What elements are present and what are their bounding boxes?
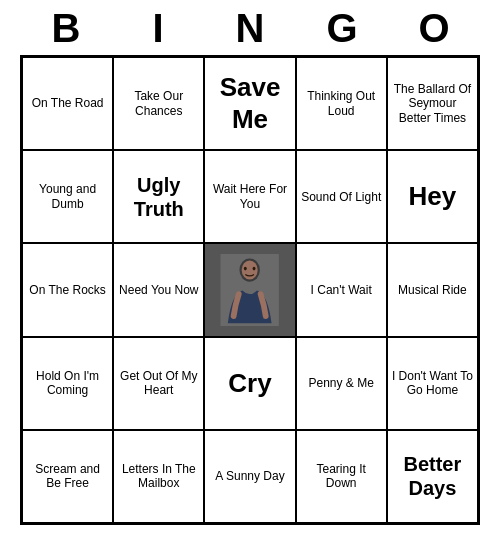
cell-r0-c0: On The Road	[22, 57, 113, 150]
cell-r1-c3: Sound Of Light	[296, 150, 387, 243]
cell-r1-c0: Young and Dumb	[22, 150, 113, 243]
cell-r4-c0: Scream and Be Free	[22, 430, 113, 523]
cell-r4-c3: Tearing It Down	[296, 430, 387, 523]
cell-r2-c4: Musical Ride	[387, 243, 478, 336]
cell-r4-c1: Letters In The Mailbox	[113, 430, 204, 523]
cell-r1-c2: Wait Here For You	[204, 150, 295, 243]
cell-r0-c4: The Ballard Of Seymour Better Times	[387, 57, 478, 150]
svg-point-4	[253, 266, 256, 270]
letter-g: G	[302, 6, 382, 51]
svg-point-2	[242, 260, 258, 279]
cell-r0-c2: Save Me	[204, 57, 295, 150]
cell-r4-c2: A Sunny Day	[204, 430, 295, 523]
cell-r3-c2: Cry	[204, 337, 295, 430]
svg-point-3	[244, 266, 247, 270]
cell-r2-c1: Need You Now	[113, 243, 204, 336]
cell-r4-c4: Better Days	[387, 430, 478, 523]
cell-r0-c3: Thinking Out Loud	[296, 57, 387, 150]
cell-r0-c1: Take Our Chances	[113, 57, 204, 150]
letter-b: B	[26, 6, 106, 51]
letter-n: N	[210, 6, 290, 51]
cell-r3-c1: Get Out Of My Heart	[113, 337, 204, 430]
cell-r3-c0: Hold On I'm Coming	[22, 337, 113, 430]
cell-r1-c1: Ugly Truth	[113, 150, 204, 243]
cell-r2-c0: On The Rocks	[22, 243, 113, 336]
cell-r2-c2	[204, 243, 295, 336]
cell-r3-c3: Penny & Me	[296, 337, 387, 430]
cell-r1-c4: Hey	[387, 150, 478, 243]
bingo-header: B I N G O	[20, 0, 480, 55]
free-space-image	[205, 244, 294, 335]
bingo-grid: On The RoadTake Our ChancesSave MeThinki…	[20, 55, 480, 525]
letter-i: I	[118, 6, 198, 51]
letter-o: O	[394, 6, 474, 51]
cell-r2-c3: I Can't Wait	[296, 243, 387, 336]
cell-r3-c4: I Don't Want To Go Home	[387, 337, 478, 430]
